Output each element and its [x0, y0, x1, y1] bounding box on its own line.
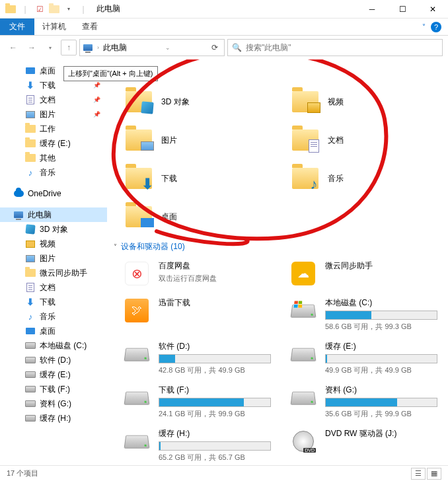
device-item[interactable]: ☁微云同步助手	[288, 258, 441, 291]
pin-icon: 📌	[93, 111, 100, 118]
tree-pc-item[interactable]: 缓存 (E:)	[0, 367, 107, 382]
folder-icon: ♪	[291, 164, 320, 193]
tree-pc-item[interactable]: 本地磁盘 (C:)	[0, 338, 107, 353]
tree-this-pc[interactable]: 此电脑	[0, 207, 107, 222]
device-item[interactable]: DVDDVD RW 驱动器 (J:)	[288, 426, 441, 465]
folder-item[interactable]: ⬇下载	[122, 161, 275, 196]
content-pane[interactable]: ˅ 文件夹 (7) 3D 对象视频图片文档⬇下载♪音乐桌面 ˅ 设备和驱动器 (…	[107, 59, 448, 465]
pin-icon: 📌	[93, 96, 100, 103]
folder-icon	[124, 87, 153, 116]
folder-icon	[25, 124, 36, 134]
tree-pc-item[interactable]: 3D 对象	[0, 222, 107, 237]
folder-icon	[291, 126, 320, 155]
addr-dropdown-icon[interactable]: ⌄	[165, 44, 170, 51]
folder-item[interactable]: 图片	[122, 122, 275, 158]
hdd-icon	[25, 369, 36, 380]
maximize-button[interactable]: ☐	[387, 0, 418, 18]
address-bar[interactable]: › 此电脑 ⌄ ⟳	[79, 39, 225, 56]
tree-pc-item[interactable]: 下载 (F:)	[0, 382, 107, 396]
capacity-bar	[325, 311, 437, 320]
device-item[interactable]: 下载 (F:)24.1 GB 可用，共 99.9 GB	[122, 382, 275, 422]
tree-quick-item[interactable]: 图片📌	[0, 107, 107, 122]
drive-icon	[289, 386, 317, 410]
minimize-button[interactable]: ─	[357, 0, 387, 18]
tree-pc-item[interactable]: 资料 (G:)	[0, 396, 107, 411]
device-item[interactable]: 本地磁盘 (C:)58.6 GB 可用，共 99.3 GB	[288, 295, 441, 334]
folder-icon	[25, 138, 36, 149]
details-view-button[interactable]: ☰	[411, 468, 426, 480]
folder-icon	[25, 153, 36, 163]
tree-pc-item[interactable]: ⬇下载	[0, 295, 107, 309]
search-icon: 🔍	[232, 43, 242, 52]
tooltip: 上移到"桌面"(Alt + 向上键)	[63, 66, 158, 81]
close-button[interactable]: ✕	[418, 0, 448, 18]
tree-pc-item[interactable]: ♪音乐	[0, 309, 107, 324]
search-box[interactable]: 🔍	[227, 39, 443, 56]
status-bar: 17 个项目 ☰ ▦	[0, 465, 448, 481]
tree-pc-item[interactable]: 图片	[0, 251, 107, 266]
tree-onedrive[interactable]: OneDrive	[0, 186, 107, 201]
quick-access-toolbar: | ☑ ▾ |	[4, 3, 90, 16]
forward-button[interactable]: →	[24, 40, 40, 56]
file-tab[interactable]: 文件	[0, 18, 34, 35]
music-icon: ♪	[25, 311, 36, 322]
chevron-right-icon[interactable]: ›	[97, 44, 99, 51]
search-input[interactable]	[246, 43, 438, 52]
tree-pc-item[interactable]: 桌面	[0, 324, 107, 338]
device-item[interactable]: 缓存 (H:)65.2 GB 可用，共 65.7 GB	[122, 426, 275, 465]
breadcrumb[interactable]: 此电脑	[103, 42, 127, 54]
drive-icon	[123, 386, 151, 410]
refresh-icon[interactable]: ⟳	[208, 43, 221, 52]
pin-icon: 📌	[93, 82, 100, 89]
tree-pc-item[interactable]: 缓存 (H:)	[0, 411, 107, 426]
folder-item[interactable]: 视频	[288, 84, 441, 120]
tree-quick-item[interactable]: 其他	[0, 151, 107, 165]
computer-tab[interactable]: 计算机	[34, 18, 74, 35]
folder-item[interactable]: ♪音乐	[288, 161, 441, 196]
pic-icon	[25, 109, 36, 120]
tree-quick-item[interactable]: 缓存 (E:)	[0, 136, 107, 151]
group-devices-header[interactable]: ˅ 设备和驱动器 (10)	[114, 241, 441, 252]
new-folder-icon[interactable]	[48, 3, 61, 16]
window-title: 此电脑	[96, 3, 120, 15]
ribbon-tabs: 文件 计算机 查看 ˅ ?	[0, 18, 448, 36]
device-item[interactable]: ⊗百度网盘双击运行百度网盘	[122, 258, 275, 291]
device-item[interactable]: 缓存 (E:)49.9 GB 可用，共 49.9 GB	[288, 338, 441, 378]
window-title-text: 此电脑	[96, 3, 120, 15]
up-button[interactable]: ↑	[61, 40, 77, 56]
back-button[interactable]: ←	[5, 40, 21, 56]
hdd-icon	[25, 340, 36, 351]
ribbon-expand-icon[interactable]: ˅	[422, 23, 426, 30]
pic-icon	[25, 253, 36, 264]
folder-icon	[291, 87, 320, 116]
folder-item[interactable]: 3D 对象	[122, 84, 275, 120]
app-icon[interactable]	[4, 3, 17, 16]
folder-item[interactable]: 桌面	[122, 199, 275, 235]
tree-pc-item[interactable]: 微云同步助手	[0, 266, 107, 280]
tree-pc-item[interactable]: 视频	[0, 237, 107, 251]
group-folders-header[interactable]: ˅ 文件夹 (7)	[114, 67, 441, 79]
qat-dropdown-icon[interactable]: ▾	[62, 3, 75, 16]
desktop-icon	[25, 326, 36, 336]
folder-icon	[25, 268, 36, 278]
qat-separator: |	[19, 3, 32, 16]
tree-quick-item[interactable]: 工作	[0, 122, 107, 136]
tree-pc-item[interactable]: 软件 (D:)	[0, 353, 107, 367]
drive-icon	[123, 429, 151, 453]
view-tab[interactable]: 查看	[74, 18, 106, 35]
device-item[interactable]: 🕊迅雷下载	[122, 295, 275, 334]
folder-icon: ⬇	[124, 164, 153, 193]
folder-item[interactable]: 文档	[288, 122, 441, 158]
tree-quick-item[interactable]: ♪音乐	[0, 165, 107, 180]
history-dropdown-icon[interactable]: ▾	[42, 40, 58, 56]
tiles-view-button[interactable]: ▦	[427, 468, 441, 480]
device-item[interactable]: 软件 (D:)42.8 GB 可用，共 49.9 GB	[122, 338, 275, 378]
tree-quick-item[interactable]: 文档📌	[0, 92, 107, 107]
tree-pc-item[interactable]: 文档	[0, 280, 107, 295]
navigation-pane[interactable]: 桌面📌⬇下载📌文档📌图片📌工作缓存 (E:)其他♪音乐 OneDrive 此电脑…	[0, 59, 107, 465]
capacity-bar	[325, 354, 437, 363]
help-icon[interactable]: ?	[431, 22, 441, 32]
video-icon	[25, 239, 36, 249]
properties-icon[interactable]: ☑	[33, 3, 46, 16]
device-item[interactable]: 资料 (G:)35.6 GB 可用，共 99.9 GB	[288, 382, 441, 422]
